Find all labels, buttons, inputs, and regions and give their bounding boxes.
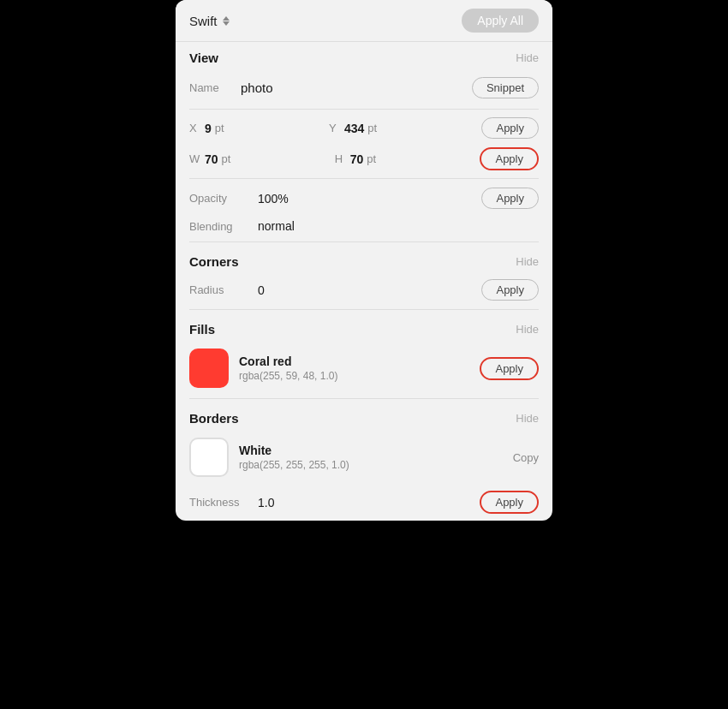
fills-hide-link[interactable]: Hide xyxy=(516,323,539,336)
divider-corners xyxy=(189,309,539,310)
fills-section-header: Fills Hide xyxy=(176,313,552,342)
border-row: White rgba(255, 255, 255, 1.0) Copy xyxy=(176,431,552,484)
divider-fills xyxy=(189,398,539,399)
y-unit: pt xyxy=(367,122,377,134)
xy-row: X 9 pt Y 434 pt Apply xyxy=(176,113,552,143)
w-value: 70 xyxy=(205,152,218,166)
blending-row: Blending normal xyxy=(176,214,552,238)
y-group: Y 434 pt xyxy=(329,122,377,135)
apply-fill-highlight: Apply xyxy=(480,357,539,380)
view-section-header: View Hide xyxy=(176,42,552,70)
h-value: 70 xyxy=(350,152,364,166)
divider-wh xyxy=(189,178,539,179)
swift-selector[interactable]: Swift xyxy=(189,14,230,28)
blending-label: Blending xyxy=(189,220,258,233)
h-unit: pt xyxy=(367,152,376,165)
thickness-row: Thickness 1.0 Apply xyxy=(176,484,552,521)
name-value: photo xyxy=(241,80,472,95)
apply-thickness-button[interactable]: Apply xyxy=(481,492,537,512)
radius-value: 0 xyxy=(258,283,265,297)
selector-chevron xyxy=(223,16,230,26)
fill-rgba: rgba(255, 59, 48, 1.0) xyxy=(239,370,469,382)
apply-xy-button[interactable]: Apply xyxy=(481,117,539,139)
y-label: Y xyxy=(329,122,341,134)
top-bar: Swift Apply All xyxy=(176,0,552,42)
border-name: White xyxy=(239,444,503,457)
apply-opacity-button[interactable]: Apply xyxy=(481,188,539,209)
apply-thickness-highlight: Apply xyxy=(480,491,539,514)
fills-title: Fills xyxy=(189,322,215,337)
x-unit: pt xyxy=(215,122,224,134)
view-hide-link[interactable]: Hide xyxy=(516,51,539,64)
swift-label: Swift xyxy=(189,14,218,28)
blending-value: normal xyxy=(258,219,295,233)
apply-all-button[interactable]: Apply All xyxy=(462,9,539,33)
apply-wh-button[interactable]: Apply xyxy=(481,149,537,169)
fill-color-swatch xyxy=(189,349,229,388)
h-group: H 70 pt xyxy=(335,152,376,166)
snippet-button[interactable]: Snippet xyxy=(472,77,539,98)
x-label: X xyxy=(189,122,201,134)
fill-info: Coral red rgba(255, 59, 48, 1.0) xyxy=(239,354,469,382)
x-value: 9 xyxy=(205,122,212,135)
radius-label: Radius xyxy=(189,283,258,296)
copy-link[interactable]: Copy xyxy=(513,451,539,464)
h-label: H xyxy=(335,152,347,165)
borders-title: Borders xyxy=(189,411,239,426)
corners-hide-link[interactable]: Hide xyxy=(516,255,539,268)
apply-wh-highlight: Apply xyxy=(480,147,539,170)
thickness-value: 1.0 xyxy=(258,496,480,509)
w-group: W 70 pt xyxy=(189,152,230,166)
opacity-value: 100% xyxy=(258,192,289,206)
apply-radius-button[interactable]: Apply xyxy=(481,279,539,301)
fill-row: Coral red rgba(255, 59, 48, 1.0) Apply xyxy=(176,342,552,395)
main-panel: Swift Apply All View Hide Name photo Sni… xyxy=(176,0,552,521)
corners-title: Corners xyxy=(189,254,239,269)
borders-section-header: Borders Hide xyxy=(176,402,552,431)
name-row: Name photo Snippet xyxy=(176,70,552,105)
divider-name xyxy=(189,109,539,110)
divider-view xyxy=(189,241,539,242)
opacity-row: Opacity 100% Apply xyxy=(176,182,552,214)
thickness-label: Thickness xyxy=(189,496,258,509)
fill-name: Coral red xyxy=(239,354,469,368)
apply-fill-button[interactable]: Apply xyxy=(481,359,537,378)
w-unit: pt xyxy=(222,152,231,165)
name-label: Name xyxy=(189,81,241,94)
corners-section-header: Corners Hide xyxy=(176,246,552,274)
border-info: White rgba(255, 255, 255, 1.0) xyxy=(239,444,503,471)
borders-hide-link[interactable]: Hide xyxy=(516,412,539,425)
w-label: W xyxy=(189,152,201,165)
border-rgba: rgba(255, 255, 255, 1.0) xyxy=(239,459,503,471)
x-group: X 9 pt xyxy=(189,122,224,135)
wh-row: W 70 pt H 70 pt Apply xyxy=(176,143,552,175)
opacity-label: Opacity xyxy=(189,192,258,205)
y-value: 434 xyxy=(344,122,364,135)
view-title: View xyxy=(189,51,218,65)
border-color-swatch xyxy=(189,438,229,477)
radius-row: Radius 0 Apply xyxy=(176,274,552,306)
